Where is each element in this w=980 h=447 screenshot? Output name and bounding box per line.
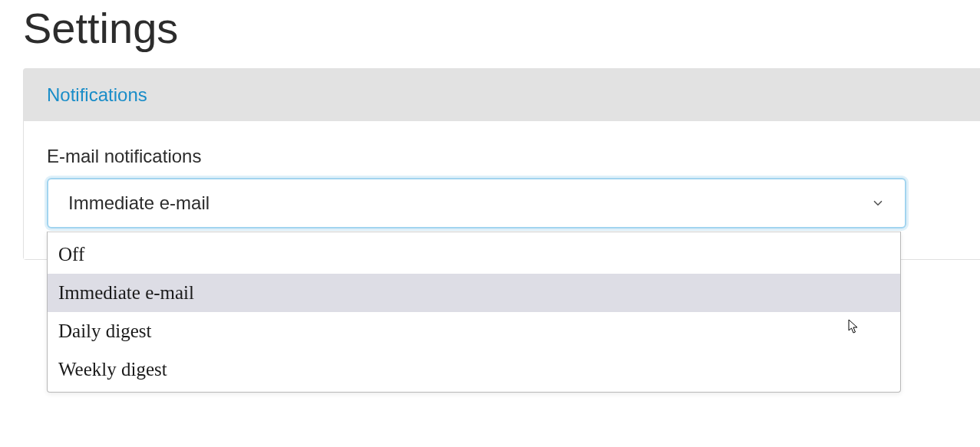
email-notifications-select[interactable]: Immediate e-mail	[47, 178, 906, 228]
dropdown-option-daily[interactable]: Daily digest	[48, 312, 900, 350]
dropdown-option-immediate[interactable]: Immediate e-mail	[48, 274, 900, 312]
dropdown-option-weekly[interactable]: Weekly digest	[48, 350, 900, 389]
email-notifications-label: E-mail notifications	[47, 146, 957, 167]
tab-notifications[interactable]: Notifications	[47, 84, 147, 106]
email-notifications-dropdown: Off Immediate e-mail Daily digest Weekly…	[47, 232, 901, 393]
dropdown-option-off[interactable]: Off	[48, 235, 900, 274]
page-title: Settings	[0, 0, 980, 68]
email-notifications-select-wrapper: Immediate e-mail Off Immediate e-mail Da…	[47, 178, 906, 228]
panel-body: E-mail notifications Immediate e-mail Of…	[24, 121, 980, 259]
panel-tabs: Notifications	[24, 69, 980, 121]
settings-panel: Notifications E-mail notifications Immed…	[23, 68, 980, 260]
select-current-value: Immediate e-mail	[68, 192, 210, 214]
chevron-down-icon	[871, 196, 885, 210]
